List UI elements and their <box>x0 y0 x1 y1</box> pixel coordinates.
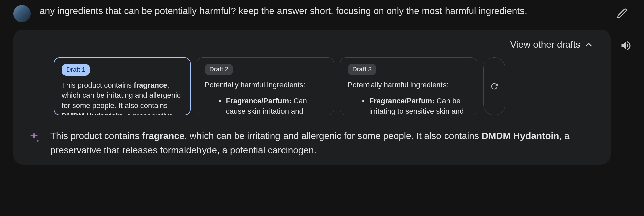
user-prompt-text: any ingredients that can be potentially … <box>39 4 605 18</box>
answer-bold-segment: DMDM Hydantoin <box>482 131 559 141</box>
bullet-icon: • <box>362 96 365 115</box>
answer-segment: , which can be irritating and allergenic… <box>185 131 482 141</box>
draft-bullet: • Fragrance/Parfum: Can cause skin irrit… <box>205 96 326 115</box>
bullet-icon: • <box>219 96 221 115</box>
draft-preview: Potentially harmful ingredients: • Fragr… <box>205 80 326 115</box>
answer-bold-segment: fragrance <box>142 131 185 141</box>
user-message-row: any ingredients that can be potentially … <box>13 4 631 28</box>
draft-bullet-body: Fragrance/Parfum: Can be irritating to s… <box>369 96 470 115</box>
draft-heading: Potentially harmful ingredients: <box>348 80 470 90</box>
response-block: View other drafts Draft 1 This product c… <box>13 30 611 165</box>
draft-preview: Potentially harmful ingredients: • Fragr… <box>348 80 470 115</box>
draft-bold-segment: Fragrance/Parfum: <box>226 97 292 105</box>
draft-card-3[interactable]: Draft 3 Potentially harmful ingredients:… <box>340 57 477 115</box>
listen-button[interactable] <box>617 37 635 55</box>
edit-prompt-button[interactable] <box>613 5 631 22</box>
speaker-icon <box>620 40 632 52</box>
draft-card-2[interactable]: Draft 2 Potentially harmful ingredients:… <box>197 57 334 115</box>
user-avatar <box>13 5 31 22</box>
refresh-icon <box>491 83 498 90</box>
draft-chip: Draft 1 <box>62 64 90 76</box>
draft-bold-segment: DMDM Hydantoin <box>62 112 123 115</box>
answer-row: This product contains fragrance, which c… <box>27 129 597 158</box>
draft-card-1[interactable]: Draft 1 This product contains fragrance,… <box>54 57 191 115</box>
view-drafts-toggle-row: View other drafts <box>27 38 597 52</box>
draft-text-segment: , a preservative <box>123 112 173 115</box>
draft-bold-segment: Fragrance/Parfum: <box>369 97 435 105</box>
draft-text-segment: This product contains <box>62 81 134 89</box>
ai-sparkle-icon <box>27 131 41 148</box>
draft-bullet: • Fragrance/Parfum: Can be irritating to… <box>348 96 470 115</box>
view-other-drafts-label: View other drafts <box>510 38 580 52</box>
draft-preview: This product contains fragrance, which c… <box>62 80 183 115</box>
draft-bold-segment: fragrance <box>134 81 167 89</box>
regenerate-drafts-button[interactable] <box>483 57 505 115</box>
view-other-drafts-button[interactable]: View other drafts <box>510 38 594 52</box>
draft-bullet-body: Fragrance/Parfum: Can cause skin irritat… <box>226 96 326 115</box>
chevron-up-icon <box>584 40 594 50</box>
answer-segment: This product contains <box>50 131 142 141</box>
pencil-icon <box>617 8 627 19</box>
answer-text: This product contains fragrance, which c… <box>50 129 597 158</box>
draft-chip: Draft 2 <box>205 64 233 75</box>
drafts-grid: Draft 1 This product contains fragrance,… <box>54 57 597 115</box>
draft-chip: Draft 3 <box>348 64 376 75</box>
draft-heading: Potentially harmful ingredients: <box>205 80 326 90</box>
